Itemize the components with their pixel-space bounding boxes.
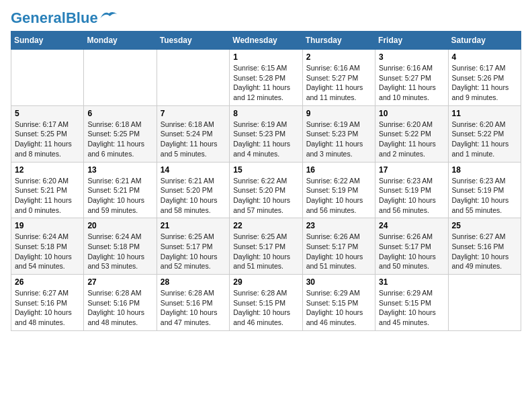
day-info: Sunrise: 6:20 AM Sunset: 5:22 PM Dayligh… bbox=[379, 120, 444, 159]
day-info: Sunrise: 6:18 AM Sunset: 5:24 PM Dayligh… bbox=[161, 120, 226, 159]
day-number: 23 bbox=[306, 221, 371, 230]
day-info: Sunrise: 6:28 AM Sunset: 5:15 PM Dayligh… bbox=[233, 288, 298, 328]
day-number: 21 bbox=[161, 221, 226, 230]
day-number: 20 bbox=[87, 221, 152, 230]
day-info: Sunrise: 6:29 AM Sunset: 5:15 PM Dayligh… bbox=[379, 288, 444, 328]
calendar-cell: 27Sunrise: 6:28 AM Sunset: 5:16 PM Dayli… bbox=[84, 275, 157, 331]
day-info: Sunrise: 6:23 AM Sunset: 5:19 PM Dayligh… bbox=[379, 176, 444, 216]
day-number: 28 bbox=[161, 277, 226, 287]
calendar-cell: 31Sunrise: 6:29 AM Sunset: 5:15 PM Dayli… bbox=[375, 275, 448, 331]
weekday-header-row: SundayMondayTuesdayWednesdayThursdayFrid… bbox=[11, 32, 521, 50]
calendar-cell: 22Sunrise: 6:25 AM Sunset: 5:17 PM Dayli… bbox=[230, 218, 302, 275]
day-info: Sunrise: 6:28 AM Sunset: 5:16 PM Dayligh… bbox=[87, 288, 152, 328]
day-number: 5 bbox=[15, 109, 80, 118]
weekday-header-sunday: Sunday bbox=[11, 32, 84, 50]
day-info: Sunrise: 6:20 AM Sunset: 5:22 PM Dayligh… bbox=[452, 120, 517, 159]
weekday-header-tuesday: Tuesday bbox=[157, 32, 229, 50]
calendar-cell: 20Sunrise: 6:24 AM Sunset: 5:18 PM Dayli… bbox=[84, 218, 157, 275]
calendar-cell: 16Sunrise: 6:22 AM Sunset: 5:19 PM Dayli… bbox=[302, 162, 375, 218]
calendar-cell bbox=[157, 50, 229, 106]
day-info: Sunrise: 6:24 AM Sunset: 5:18 PM Dayligh… bbox=[15, 232, 80, 271]
day-number: 15 bbox=[233, 165, 298, 175]
day-number: 3 bbox=[379, 52, 444, 62]
calendar-week-row: 26Sunrise: 6:27 AM Sunset: 5:16 PM Dayli… bbox=[11, 275, 521, 331]
calendar-cell: 28Sunrise: 6:28 AM Sunset: 5:16 PM Dayli… bbox=[157, 275, 229, 331]
day-number: 1 bbox=[233, 52, 298, 62]
day-number: 8 bbox=[233, 109, 298, 118]
day-number: 12 bbox=[15, 165, 80, 175]
logo: GeneralBlue bbox=[11, 11, 118, 26]
weekday-header-monday: Monday bbox=[84, 32, 157, 50]
day-number: 17 bbox=[379, 165, 444, 175]
day-info: Sunrise: 6:25 AM Sunset: 5:17 PM Dayligh… bbox=[161, 232, 226, 271]
weekday-header-friday: Friday bbox=[375, 32, 448, 50]
day-info: Sunrise: 6:16 AM Sunset: 5:27 PM Dayligh… bbox=[379, 63, 444, 103]
day-number: 18 bbox=[452, 165, 517, 175]
calendar-cell: 7Sunrise: 6:18 AM Sunset: 5:24 PM Daylig… bbox=[157, 105, 229, 162]
calendar-cell: 11Sunrise: 6:20 AM Sunset: 5:22 PM Dayli… bbox=[448, 105, 521, 162]
calendar-cell: 5Sunrise: 6:17 AM Sunset: 5:25 PM Daylig… bbox=[11, 105, 84, 162]
calendar-cell: 1Sunrise: 6:15 AM Sunset: 5:28 PM Daylig… bbox=[230, 50, 302, 106]
day-number: 14 bbox=[161, 165, 226, 175]
day-info: Sunrise: 6:28 AM Sunset: 5:16 PM Dayligh… bbox=[161, 288, 226, 328]
calendar-cell: 14Sunrise: 6:21 AM Sunset: 5:20 PM Dayli… bbox=[157, 162, 229, 218]
day-info: Sunrise: 6:25 AM Sunset: 5:17 PM Dayligh… bbox=[233, 232, 298, 271]
day-number: 16 bbox=[306, 165, 371, 175]
calendar-cell: 15Sunrise: 6:22 AM Sunset: 5:20 PM Dayli… bbox=[230, 162, 302, 218]
calendar-table: SundayMondayTuesdayWednesdayThursdayFrid… bbox=[11, 31, 521, 331]
day-info: Sunrise: 6:21 AM Sunset: 5:20 PM Dayligh… bbox=[161, 176, 226, 216]
calendar-week-row: 5Sunrise: 6:17 AM Sunset: 5:25 PM Daylig… bbox=[11, 105, 521, 162]
calendar-cell bbox=[11, 50, 84, 106]
day-number: 11 bbox=[452, 109, 517, 118]
day-info: Sunrise: 6:19 AM Sunset: 5:23 PM Dayligh… bbox=[233, 120, 298, 159]
day-number: 7 bbox=[161, 109, 226, 118]
calendar-cell: 23Sunrise: 6:26 AM Sunset: 5:17 PM Dayli… bbox=[302, 218, 375, 275]
day-number: 30 bbox=[306, 277, 371, 287]
day-info: Sunrise: 6:24 AM Sunset: 5:18 PM Dayligh… bbox=[87, 232, 152, 271]
calendar-cell: 19Sunrise: 6:24 AM Sunset: 5:18 PM Dayli… bbox=[11, 218, 84, 275]
calendar-cell bbox=[84, 50, 157, 106]
page-header: GeneralBlue bbox=[11, 11, 521, 26]
day-info: Sunrise: 6:17 AM Sunset: 5:26 PM Dayligh… bbox=[452, 63, 517, 103]
day-info: Sunrise: 6:20 AM Sunset: 5:21 PM Dayligh… bbox=[15, 176, 80, 216]
weekday-header-saturday: Saturday bbox=[448, 32, 521, 50]
day-info: Sunrise: 6:19 AM Sunset: 5:23 PM Dayligh… bbox=[306, 120, 371, 159]
day-number: 24 bbox=[379, 221, 444, 230]
calendar-cell: 29Sunrise: 6:28 AM Sunset: 5:15 PM Dayli… bbox=[230, 275, 302, 331]
day-info: Sunrise: 6:22 AM Sunset: 5:19 PM Dayligh… bbox=[306, 176, 371, 216]
weekday-header-thursday: Thursday bbox=[302, 32, 375, 50]
day-number: 25 bbox=[452, 221, 517, 230]
calendar-cell: 18Sunrise: 6:23 AM Sunset: 5:19 PM Dayli… bbox=[448, 162, 521, 218]
day-info: Sunrise: 6:27 AM Sunset: 5:16 PM Dayligh… bbox=[452, 232, 517, 271]
calendar-week-row: 1Sunrise: 6:15 AM Sunset: 5:28 PM Daylig… bbox=[11, 50, 521, 106]
day-info: Sunrise: 6:16 AM Sunset: 5:27 PM Dayligh… bbox=[306, 63, 371, 103]
day-info: Sunrise: 6:27 AM Sunset: 5:16 PM Dayligh… bbox=[15, 288, 80, 328]
day-info: Sunrise: 6:23 AM Sunset: 5:19 PM Dayligh… bbox=[452, 176, 517, 216]
day-number: 6 bbox=[87, 109, 152, 118]
day-info: Sunrise: 6:18 AM Sunset: 5:25 PM Dayligh… bbox=[87, 120, 152, 159]
calendar-cell: 6Sunrise: 6:18 AM Sunset: 5:25 PM Daylig… bbox=[84, 105, 157, 162]
calendar-cell: 4Sunrise: 6:17 AM Sunset: 5:26 PM Daylig… bbox=[448, 50, 521, 106]
day-number: 31 bbox=[379, 277, 444, 287]
calendar-cell: 25Sunrise: 6:27 AM Sunset: 5:16 PM Dayli… bbox=[448, 218, 521, 275]
day-number: 2 bbox=[306, 52, 371, 62]
day-info: Sunrise: 6:21 AM Sunset: 5:21 PM Dayligh… bbox=[87, 176, 152, 216]
day-info: Sunrise: 6:26 AM Sunset: 5:17 PM Dayligh… bbox=[379, 232, 444, 271]
calendar-cell: 21Sunrise: 6:25 AM Sunset: 5:17 PM Dayli… bbox=[157, 218, 229, 275]
day-info: Sunrise: 6:15 AM Sunset: 5:28 PM Dayligh… bbox=[233, 63, 298, 103]
calendar-cell: 9Sunrise: 6:19 AM Sunset: 5:23 PM Daylig… bbox=[302, 105, 375, 162]
calendar-cell: 17Sunrise: 6:23 AM Sunset: 5:19 PM Dayli… bbox=[375, 162, 448, 218]
calendar-cell: 2Sunrise: 6:16 AM Sunset: 5:27 PM Daylig… bbox=[302, 50, 375, 106]
day-info: Sunrise: 6:26 AM Sunset: 5:17 PM Dayligh… bbox=[306, 232, 371, 271]
day-number: 9 bbox=[306, 109, 371, 118]
calendar-cell: 10Sunrise: 6:20 AM Sunset: 5:22 PM Dayli… bbox=[375, 105, 448, 162]
day-number: 29 bbox=[233, 277, 298, 287]
calendar-cell: 13Sunrise: 6:21 AM Sunset: 5:21 PM Dayli… bbox=[84, 162, 157, 218]
logo-text: GeneralBlue bbox=[11, 11, 98, 26]
calendar-week-row: 19Sunrise: 6:24 AM Sunset: 5:18 PM Dayli… bbox=[11, 218, 521, 275]
calendar-week-row: 12Sunrise: 6:20 AM Sunset: 5:21 PM Dayli… bbox=[11, 162, 521, 218]
calendar-cell: 26Sunrise: 6:27 AM Sunset: 5:16 PM Dayli… bbox=[11, 275, 84, 331]
day-info: Sunrise: 6:29 AM Sunset: 5:15 PM Dayligh… bbox=[306, 288, 371, 328]
day-number: 13 bbox=[87, 165, 152, 175]
day-info: Sunrise: 6:22 AM Sunset: 5:20 PM Dayligh… bbox=[233, 176, 298, 216]
